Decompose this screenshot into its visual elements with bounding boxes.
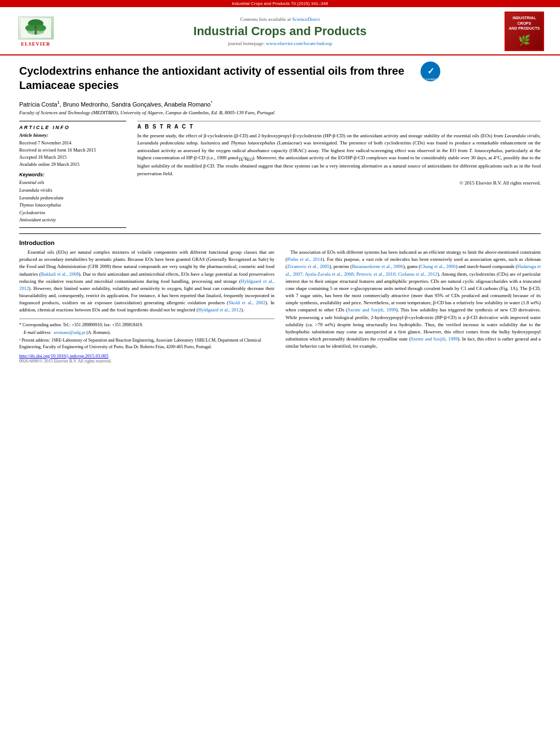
revised-date: Received in revised form 16 March 2015	[19, 147, 126, 154]
abstract-section: A B S T R A C T In the present study, th…	[137, 121, 541, 186]
ref-zivanovic[interactable]: Zivanovic et al., 2005	[287, 264, 329, 269]
keywords-label: Keywords:	[19, 172, 126, 177]
ref-hyldgaard1[interactable]: Hyldgaard et al., 2012	[19, 278, 275, 291]
abstract-text: In the present study, the effect of β-cy…	[137, 132, 541, 178]
kw-6: Antioxidant activity	[19, 216, 126, 224]
article-area: Cyclodextrins enhance the antioxidant ac…	[0, 55, 560, 369]
intro-left-text: Essential oils (EOs) are natural complex…	[19, 249, 275, 314]
header-center: Contents lists available at ScienceDirec…	[60, 16, 500, 46]
footnotes-area: * Corresponding author. Tel.: +351 28980…	[19, 319, 275, 364]
ref-baranauskiene[interactable]: Baranauskiene et al., 2006	[352, 264, 403, 269]
section-divider	[19, 233, 541, 234]
journal-logo-image: INDUSTRIAL CROPS AND PRODUCTS 🌿	[505, 12, 544, 51]
ref-pinho[interactable]: Pinho et al., 2014	[287, 256, 322, 262]
issue-citation: Industrial Crops and Products 70 (2015) …	[232, 1, 328, 6]
footnote-1: ¹ Present address: 1SRE-Laboratory of Se…	[19, 337, 275, 350]
elsevier-logo-box	[18, 16, 54, 40]
ref-szente2[interactable]: Szente and Szejtli, 1999	[411, 336, 458, 342]
elsevier-logo: ELSEVIER	[11, 16, 60, 47]
crossmark-logo: ✓ CrossMark	[420, 61, 441, 82]
received-date: Received 7 November 2014	[19, 140, 126, 147]
kw-5: Cyclodextrins	[19, 209, 126, 217]
sciencedirect-anchor[interactable]: ScienceDirect	[292, 16, 320, 22]
online-date: Available online 29 March 2015	[19, 161, 126, 168]
footnote-corresponding: * Corresponding author. Tel.: +351 28980…	[19, 322, 275, 328]
copyright-text: © 2015 Elsevier B.V. All rights reserved…	[137, 180, 541, 186]
svg-text:CrossMark: CrossMark	[424, 77, 438, 81]
ref-hyldgaard2[interactable]: Hyldgaard et al., 2012	[198, 307, 241, 313]
ref-bakkali[interactable]: Bakkali et al., 2008	[41, 271, 79, 277]
title-row: Cyclodextrins enhance the antioxidant ac…	[19, 64, 541, 97]
abstract-label: A B S T R A C T	[137, 124, 541, 130]
ref-chang[interactable]: Chang et al., 2006	[421, 264, 456, 269]
footnote-email: E-mail address: aromano@ualg.pt (A. Roma…	[19, 330, 275, 336]
abstract-column: A B S T R A C T In the present study, th…	[137, 121, 541, 228]
journal-issue-line: Industrial Crops and Products 70 (2015) …	[0, 0, 560, 7]
article-info-label: A R T I C L E I N F O	[19, 125, 126, 130]
article-info-box: A R T I C L E I N F O Article history: R…	[19, 121, 126, 228]
page: Industrial Crops and Products 70 (2015) …	[0, 0, 560, 742]
kw-4: Thymus lotaocephalus	[19, 202, 126, 209]
svg-text:✓: ✓	[427, 66, 434, 76]
email-link[interactable]: aromano@ualg.pt	[54, 330, 85, 335]
ref-skold[interactable]: Skold et al., 2002	[228, 300, 265, 305]
article-title: Cyclodextrins enhance the antioxidant ac…	[19, 64, 415, 92]
doi-line: http://dx.doi.org/10.1016/j.indcrop.2015…	[19, 353, 275, 359]
keywords-list: Essential oils Lavandula viridis Lavandu…	[19, 179, 126, 224]
journal-header: ELSEVIER Contents lists available at Sci…	[0, 7, 560, 55]
article-history: Article history: Received 7 November 201…	[19, 132, 126, 168]
homepage-link[interactable]: www.elsevier.com/locate/indcrop	[266, 41, 332, 46]
body-columns: Essential oils (EOs) are natural complex…	[19, 249, 541, 364]
journal-homepage: journal homepage: www.elsevier.com/locat…	[69, 41, 491, 46]
history-label: Article history:	[19, 132, 126, 139]
ref-szente1[interactable]: Szente and Szejtli, 1999	[348, 307, 396, 313]
issn-line: 0926-6690/© 2015 Elsevier B.V. All right…	[19, 359, 275, 364]
doi-link[interactable]: http://dx.doi.org/10.1016/j.indcrop.2015…	[19, 353, 109, 359]
intro-heading: Introduction	[19, 239, 541, 246]
intro-right-text: The association of EOs with different sy…	[285, 249, 541, 350]
kw-3: Lavandula pedunculata	[19, 194, 126, 202]
body-right: The association of EOs with different sy…	[285, 249, 541, 364]
journal-title: Industrial Crops and Products	[69, 24, 491, 38]
kw-1: Essential oils	[19, 179, 126, 187]
article-info-column: A R T I C L E I N F O Article history: R…	[19, 121, 126, 228]
authors-line: Patrícia Costa1, Bruno Medronho, Sandra …	[19, 100, 541, 108]
sciencedirect-link: Contents lists available at ScienceDirec…	[69, 16, 491, 22]
accepted-date: Accepted 18 March 2015	[19, 154, 126, 161]
keywords-section: Keywords: Essential oils Lavandula virid…	[19, 172, 126, 224]
journal-logo-right: INDUSTRIAL CROPS AND PRODUCTS 🌿	[500, 12, 549, 51]
article-meta-section: A R T I C L E I N F O Article history: R…	[19, 121, 541, 228]
kw-2: Lavandula viridis	[19, 187, 126, 194]
body-left: Essential oils (EOs) are natural complex…	[19, 249, 275, 364]
svg-point-5	[27, 28, 44, 35]
elsevier-text: ELSEVIER	[21, 41, 51, 47]
affiliation: Faculty of Sciences and Technology (MEDI…	[19, 110, 541, 115]
